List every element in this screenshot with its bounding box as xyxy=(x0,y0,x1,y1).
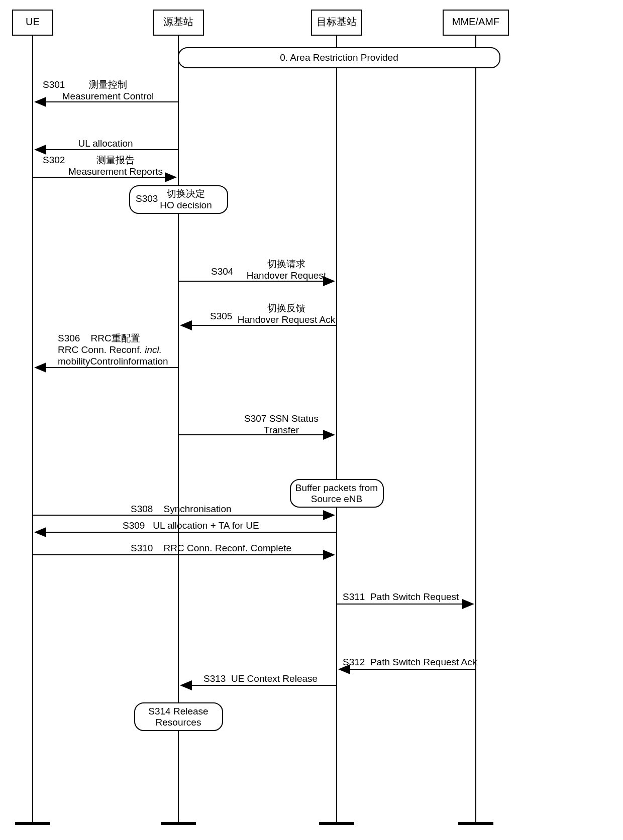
svg-text:Resources: Resources xyxy=(156,717,201,728)
svg-text:Handover Request: Handover Request xyxy=(247,270,327,281)
s313-ue-context-release: S313 UE Context Release xyxy=(181,673,337,685)
svg-text:Transfer: Transfer xyxy=(264,425,299,435)
svg-text:S304: S304 xyxy=(211,266,234,277)
svg-text:UE: UE xyxy=(26,16,40,27)
svg-text:S308    Synchronisation: S308 Synchronisation xyxy=(131,504,232,514)
svg-text:切换请求: 切换请求 xyxy=(267,259,305,269)
svg-text:MME/AMF: MME/AMF xyxy=(452,16,499,27)
svg-text:S312  Path Switch Request Ack: S312 Path Switch Request Ack xyxy=(343,657,477,667)
svg-text:切换反馈: 切换反馈 xyxy=(267,303,305,313)
svg-text:目标基站: 目标基站 xyxy=(317,16,357,27)
ul-allocation: UL allocation xyxy=(35,138,178,150)
svg-text:Measurement Control: Measurement Control xyxy=(62,91,154,101)
svg-text:S314  Release: S314 Release xyxy=(148,706,208,716)
s311-path-switch-request: S311 Path Switch Request xyxy=(337,591,473,604)
svg-text:S303: S303 xyxy=(136,193,158,204)
svg-text:S311  Path Switch Request: S311 Path Switch Request xyxy=(343,591,459,602)
step0-area-restriction: 0. Area Restriction Provided xyxy=(178,48,500,68)
s314-release-resources: S314 Release Resources xyxy=(135,703,223,731)
svg-text:S310    RRC Conn. Reconf. Comp: S310 RRC Conn. Reconf. Complete xyxy=(131,543,291,553)
s309-ul-allocation-ta: S309 UL allocation + TA for UE xyxy=(35,520,337,532)
svg-text:S313  UE Context Release: S313 UE Context Release xyxy=(203,673,318,684)
svg-text:Measurement Reports: Measurement Reports xyxy=(68,166,163,177)
svg-text:S309   UL allocation   +   TA : S309 UL allocation + TA for UE xyxy=(123,520,259,531)
svg-text:RRC Conn. Reconf. incl.: RRC Conn. Reconf. incl. xyxy=(58,344,162,355)
s305-handover-request-ack: S305 切换反馈 Handover Request Ack xyxy=(181,303,337,325)
actor-target-bs: 目标基站 xyxy=(312,10,362,35)
svg-text:S301: S301 xyxy=(43,79,65,90)
svg-text:mobilityControlinformation: mobilityControlinformation xyxy=(58,356,168,367)
sequence-diagram: UE 源基站 目标基站 MME/AMF 0. Area Restriction … xyxy=(0,0,623,840)
svg-text:Handover Request Ack: Handover Request Ack xyxy=(238,314,336,325)
buffer-packets-process: Buffer packets from Source eNB xyxy=(290,479,383,507)
svg-text:S305: S305 xyxy=(210,311,232,321)
s301-measurement-control: S301 测量控制 Measurement Control xyxy=(35,79,178,102)
svg-text:S307 SSN Status: S307 SSN Status xyxy=(244,413,319,424)
s302-measurement-reports: S302 测量报告 Measurement Reports xyxy=(33,155,176,177)
s304-handover-request: S304 切换请求 Handover Request xyxy=(178,259,334,281)
s308-synchronisation: S308 Synchronisation xyxy=(33,504,334,515)
s312-path-switch-request-ack: S312 Path Switch Request Ack xyxy=(339,657,477,669)
svg-text:测量报告: 测量报告 xyxy=(96,155,135,165)
s310-rrc-reconf-complete: S310 RRC Conn. Reconf. Complete xyxy=(33,543,334,555)
actor-mme-amf: MME/AMF xyxy=(443,10,508,35)
svg-text:Source eNB: Source eNB xyxy=(311,494,362,504)
svg-text:UL allocation: UL allocation xyxy=(78,138,133,149)
s307-ssn-status-transfer: S307 SSN Status Transfer xyxy=(178,413,334,435)
svg-text:0.  Area Restriction Provided: 0. Area Restriction Provided xyxy=(280,52,398,63)
svg-text:Buffer packets from: Buffer packets from xyxy=(295,483,378,493)
svg-text:HO decision: HO decision xyxy=(160,200,212,210)
s303-ho-decision: S303 切换决定 HO decision xyxy=(130,186,228,213)
svg-text:切换决定: 切换决定 xyxy=(167,188,205,199)
actor-source-bs: 源基站 xyxy=(153,10,203,35)
svg-text:S302: S302 xyxy=(43,155,65,165)
s306-rrc-reconf: S306 RRC重配置 RRC Conn. Reconf. incl. mobi… xyxy=(35,333,178,368)
svg-text:S306    RRC重配置: S306 RRC重配置 xyxy=(58,333,140,343)
svg-text:测量控制: 测量控制 xyxy=(89,79,127,90)
svg-text:源基站: 源基站 xyxy=(163,16,193,27)
actor-ue: UE xyxy=(13,10,53,35)
